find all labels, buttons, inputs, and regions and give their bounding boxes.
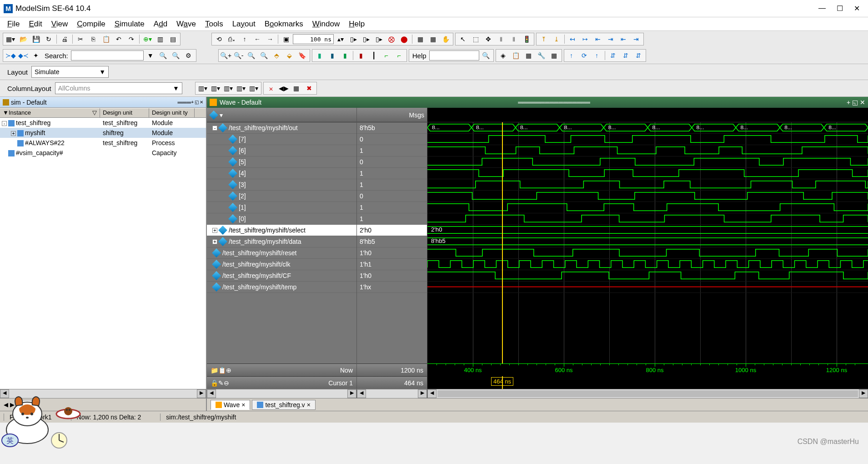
edge-d-button[interactable]: ⇥ [605, 34, 617, 44]
wave-graph-hscroll[interactable]: ◀▶ [427, 389, 868, 398]
group-e-button[interactable]: ▥▾ [248, 83, 260, 93]
bookmark-b-button[interactable]: ⬙ [284, 50, 296, 61]
break-button[interactable]: ⨂ [386, 34, 397, 44]
mem2-button[interactable]: ▦ [427, 34, 439, 44]
wave-opt-b-button[interactable]: ┃ [368, 50, 380, 61]
wave-opt-a-button[interactable]: ▮ [355, 50, 367, 61]
wave-cursor-line[interactable] [502, 122, 503, 363]
layer-b-button[interactable]: 📋 [510, 50, 522, 61]
waveform-row[interactable] [427, 282, 868, 293]
edge-e-button[interactable]: ⇤ [617, 34, 629, 44]
restart-button[interactable]: ⟲ [213, 34, 225, 44]
signal-expand-button[interactable]: + [212, 239, 217, 244]
edge-c-button[interactable]: ⇤ [592, 34, 604, 44]
layer-a-button[interactable]: ◈ [497, 50, 509, 61]
menu-add[interactable]: Add [151, 19, 170, 30]
zoom-in-button[interactable]: 🔍+ [220, 50, 232, 61]
help-input[interactable] [429, 50, 479, 61]
wave-signal-name[interactable]: [7] [207, 134, 356, 145]
zoom-out-button[interactable]: 🔍- [233, 50, 245, 61]
edge-a-button[interactable]: ⤒ [538, 34, 550, 44]
save-button[interactable]: 💾 [30, 34, 42, 44]
waveform-row[interactable]: 2'h0 [427, 225, 868, 236]
paste-button[interactable]: 📋 [100, 34, 112, 44]
find-opts-button[interactable]: ⚙ [183, 50, 195, 61]
run-to-button[interactable]: ▯▸ [373, 34, 385, 44]
tab-wave[interactable]: Wave × [211, 400, 250, 410]
cursor-ctrl-a-button[interactable]: ⨉ [265, 83, 277, 93]
tile-button[interactable]: ▥ [154, 34, 166, 44]
wave-msgs-hscroll[interactable]: ◀▶ [357, 389, 427, 398]
wand-button[interactable]: ✦ [30, 50, 42, 61]
waveform-row[interactable] [427, 168, 868, 179]
tool-a-button[interactable]: ⫴ [495, 34, 507, 44]
sim-tree-row[interactable]: +myshiftshiftregModule [0, 128, 206, 138]
wave-opt-c-button[interactable]: ⌐ [381, 50, 392, 61]
minimize-button[interactable]: — [818, 4, 826, 13]
wave-panel-undock-button[interactable]: ◱ [852, 99, 858, 106]
arrow-up-b-button[interactable]: ↑ [591, 50, 603, 61]
hand-button[interactable]: ✋ [440, 34, 452, 44]
waveform-row[interactable] [427, 145, 868, 156]
sim-tree-row[interactable]: #ALWAYS#22test_shiftregProcess [0, 138, 206, 148]
run-button[interactable]: ▣ [280, 34, 292, 44]
move-button[interactable]: ✥ [482, 34, 494, 44]
wave-signal-name[interactable]: [5] [207, 156, 356, 168]
menu-window[interactable]: Window [310, 19, 342, 30]
group-b-button[interactable]: ▥▾ [210, 83, 221, 93]
tool-b-button[interactable]: ⫴ [508, 34, 520, 44]
cursor-ctrl-b-button[interactable]: ◀▶ [278, 83, 290, 93]
drive-out-button[interactable]: ◆≺ [17, 50, 29, 61]
find-next-button[interactable]: 🔍 [170, 50, 182, 61]
cut-button[interactable]: ✂ [75, 34, 86, 44]
wave-signal-name[interactable]: /test_shiftreg/myshift/temp [207, 282, 356, 293]
bookmark-c-button[interactable]: 🔖 [296, 50, 308, 61]
column-layout-combo[interactable]: AllColumns▼ [55, 82, 182, 94]
wave-signal-name[interactable]: [3] [207, 179, 356, 191]
wave-signal-name[interactable]: /test_shiftreg/myshift/reset [207, 247, 356, 259]
edge-b-button[interactable]: ⤓ [551, 34, 562, 44]
tab-file-close-button[interactable]: × [307, 401, 311, 409]
help-search-button[interactable]: 🔍 [480, 50, 492, 61]
wave-signal-name[interactable]: [1] [207, 202, 356, 213]
step-fwd-button[interactable]: → [264, 34, 276, 44]
menu-file[interactable]: File [5, 19, 22, 30]
wave-signal-name[interactable]: [4] [207, 168, 356, 179]
group-a-button[interactable]: ▥▾ [197, 83, 209, 93]
wave-mode-b-button[interactable]: ▮ [326, 50, 338, 61]
arrow-up-a-button[interactable]: ↑ [566, 50, 577, 61]
prev-edge-button[interactable]: ↤ [567, 34, 578, 44]
wave-panel-close-button[interactable]: ✕ [860, 99, 865, 106]
waveform-row[interactable] [427, 247, 868, 259]
waveform-row[interactable]: 8...8...8...8...8...8...8...8...8...8... [427, 122, 868, 134]
waveform-row[interactable] [427, 259, 868, 270]
search-dropdown-button[interactable]: ▼ [145, 50, 156, 61]
waveform-row[interactable] [427, 156, 868, 168]
waveform-row[interactable] [427, 213, 868, 225]
menu-compile[interactable]: Compile [74, 19, 108, 30]
group-d-button[interactable]: ▥▾ [235, 83, 247, 93]
wave-ruler[interactable]: 400 ns600 ns800 ns1000 ns1200 ns [427, 363, 868, 376]
wave-signal-name[interactable]: +/test_shiftreg/myshift/select [207, 225, 356, 236]
step-back-button[interactable]: ← [251, 34, 263, 44]
menu-help[interactable]: Help [346, 19, 367, 30]
reload-button[interactable]: ↻ [43, 34, 55, 44]
drive-in-button[interactable]: ≻◆ [5, 50, 16, 61]
tree-expand-button[interactable]: + [11, 131, 16, 136]
step-up-button[interactable]: ↑ [239, 34, 251, 44]
find-prev-button[interactable]: 🔍 [157, 50, 169, 61]
sim-panel-close-button[interactable]: ✕ [200, 100, 203, 105]
layer-e-button[interactable]: ▦ [548, 50, 560, 61]
layer-d-button[interactable]: 🔧 [536, 50, 547, 61]
sim-header-design-unit[interactable]: Design unit [100, 108, 149, 117]
waveform-row[interactable] [427, 191, 868, 202]
run-all-button[interactable]: ▯▸ [347, 34, 359, 44]
signal-expand-button[interactable]: + [212, 228, 217, 233]
run-options-button[interactable]: ⎙▾ [226, 34, 238, 44]
tree-expand-button[interactable]: - [2, 121, 7, 126]
wave-panel-add-button[interactable]: + [847, 99, 850, 106]
stop-button[interactable]: ⬤ [398, 34, 410, 44]
maximize-button[interactable]: ☐ [837, 4, 843, 13]
sim-panel-undock-button[interactable]: ◱ [195, 100, 199, 105]
next-edge-button[interactable]: ↦ [579, 34, 591, 44]
